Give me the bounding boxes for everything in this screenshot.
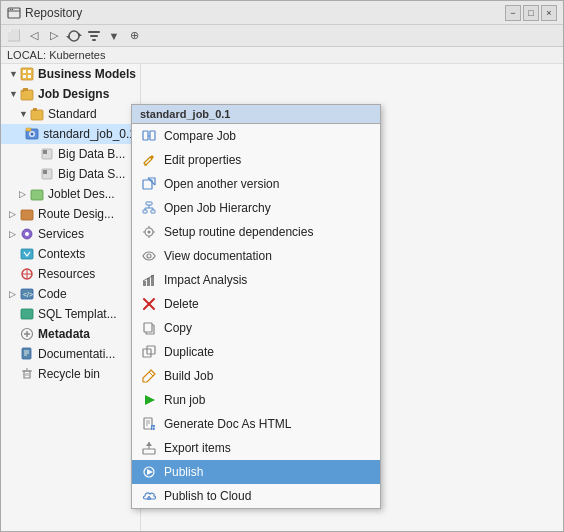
svg-rect-12: [23, 75, 26, 78]
sql-label: SQL Templat...: [38, 307, 117, 321]
delete-icon: [140, 295, 158, 313]
svg-marker-88: [146, 442, 152, 446]
tree-item-route-desig[interactable]: ▷ Route Desig...: [1, 204, 140, 224]
tree-item-recycle-bin[interactable]: Recycle bin: [1, 364, 140, 384]
cm-publish[interactable]: Publish: [132, 460, 380, 484]
toolbar: ⬜ ◁ ▷ ▼ ⊕: [1, 25, 563, 47]
recycle-bin-label: Recycle bin: [38, 367, 100, 381]
tree-item-code[interactable]: ▷ </> Code: [1, 284, 140, 304]
close-button[interactable]: ×: [541, 5, 557, 21]
cm-export-items[interactable]: Export items: [132, 436, 380, 460]
generate-icon: H: [140, 415, 158, 433]
sql-icon: [19, 306, 35, 322]
maximize-button[interactable]: □: [523, 5, 539, 21]
tree-item-sql[interactable]: SQL Templat...: [1, 304, 140, 324]
resources-icon: [19, 266, 35, 282]
cm-edit-properties[interactable]: Edit properties: [132, 148, 380, 172]
metadata-label: Metadata: [38, 327, 90, 341]
back-button[interactable]: ◁: [25, 27, 43, 45]
joblet-label: Joblet Des...: [48, 187, 115, 201]
hierarchy-icon: [140, 199, 158, 217]
tree-item-joblet-des[interactable]: ▷ Joblet Des...: [1, 184, 140, 204]
tree-item-big-data-s[interactable]: Big Data S...: [1, 164, 140, 184]
copy-label: Copy: [164, 321, 192, 335]
context-menu: standard_job_0.1 Compare Job: [131, 104, 381, 509]
dropdown-button[interactable]: ▼: [105, 27, 123, 45]
generate-doc-label: Generate Doc As HTML: [164, 417, 291, 431]
tree-item-resources[interactable]: Resources: [1, 264, 140, 284]
tree-item-contexts[interactable]: Contexts: [1, 244, 140, 264]
svg-rect-27: [31, 190, 43, 200]
svg-point-63: [148, 231, 151, 234]
arrow-big-data-b: [29, 149, 39, 159]
cm-impact-analysis[interactable]: Impact Analysis: [132, 268, 380, 292]
svg-rect-56: [143, 210, 147, 213]
svg-point-3: [12, 8, 14, 10]
duplicate-icon: [140, 343, 158, 361]
tree-item-standard-job[interactable]: standard_job_0.1: [1, 124, 140, 144]
arrow-resources: [9, 269, 19, 279]
svg-rect-22: [26, 128, 31, 131]
run-job-label: Run job: [164, 393, 205, 407]
delete-label: Delete: [164, 297, 199, 311]
svg-rect-13: [28, 75, 31, 78]
cm-run-job[interactable]: Run job: [132, 388, 380, 412]
build-icon: [140, 367, 158, 385]
tree-item-big-data-b[interactable]: Big Data B...: [1, 144, 140, 164]
svg-rect-76: [144, 323, 152, 332]
cm-delete[interactable]: Delete: [132, 292, 380, 316]
tree-item-documentation[interactable]: Documentati...: [1, 344, 140, 364]
cm-view-documentation[interactable]: View documentation: [132, 244, 380, 268]
setup-icon: [140, 223, 158, 241]
arrow-route: ▷: [9, 209, 19, 219]
filter-button[interactable]: [85, 27, 103, 45]
tree-panel[interactable]: ▼ Business Models ▼: [1, 64, 141, 531]
arrow-job-designs: ▼: [9, 89, 19, 99]
tree-item-business-models[interactable]: ▼ Business Models: [1, 64, 140, 84]
publish-icon: [140, 463, 158, 481]
run-icon: [140, 391, 158, 409]
cm-open-another-version[interactable]: Open another version: [132, 172, 380, 196]
svg-rect-7: [90, 35, 98, 37]
route-label: Route Desig...: [38, 207, 114, 221]
minimize-button[interactable]: −: [505, 5, 521, 21]
collapse-button[interactable]: ⬜: [5, 27, 23, 45]
svg-rect-8: [92, 39, 96, 41]
cm-open-job-hierarchy[interactable]: Open Job Hierarchy: [132, 196, 380, 220]
titlebar: Repository − □ ×: [1, 1, 563, 25]
services-label: Services: [38, 227, 84, 241]
tree-item-job-designs[interactable]: ▼ Job Designs: [1, 84, 140, 104]
arrow-documentation: [9, 349, 19, 359]
svg-marker-4: [79, 33, 82, 36]
arrow-services: ▷: [9, 229, 19, 239]
setup-routine-deps-label: Setup routine dependencies: [164, 225, 313, 239]
cm-generate-doc[interactable]: H Generate Doc As HTML: [132, 412, 380, 436]
tree-item-services[interactable]: ▷ Services: [1, 224, 140, 244]
big-data-b-icon: [39, 146, 55, 162]
resources-label: Resources: [38, 267, 95, 281]
edit-icon: [140, 151, 158, 169]
svg-rect-37: [21, 309, 33, 319]
cm-duplicate[interactable]: Duplicate: [132, 340, 380, 364]
cm-publish-cloud[interactable]: Publish to Cloud: [132, 484, 380, 508]
cm-build-job[interactable]: Build Job: [132, 364, 380, 388]
svg-rect-26: [43, 170, 47, 174]
job-designs-icon: [19, 86, 35, 102]
sync-button[interactable]: [65, 27, 83, 45]
standard-job-label: standard_job_0.1: [43, 127, 136, 141]
arrow-code: ▷: [9, 289, 19, 299]
cm-copy[interactable]: Copy: [132, 316, 380, 340]
arrow-big-data-s: [29, 169, 39, 179]
publish-label: Publish: [164, 465, 203, 479]
svg-marker-80: [145, 395, 155, 405]
svg-rect-16: [23, 88, 28, 91]
forward-button[interactable]: ▷: [45, 27, 63, 45]
tree-item-metadata[interactable]: Metadata: [1, 324, 140, 344]
big-data-s-icon: [39, 166, 55, 182]
add-button[interactable]: ⊕: [125, 27, 143, 45]
cm-compare-job[interactable]: Compare Job: [132, 124, 380, 148]
cm-setup-routine-deps[interactable]: Setup routine dependencies: [132, 220, 380, 244]
arrow-metadata: [9, 329, 19, 339]
svg-rect-9: [21, 68, 33, 80]
tree-item-standard[interactable]: ▼ Standard: [1, 104, 140, 124]
